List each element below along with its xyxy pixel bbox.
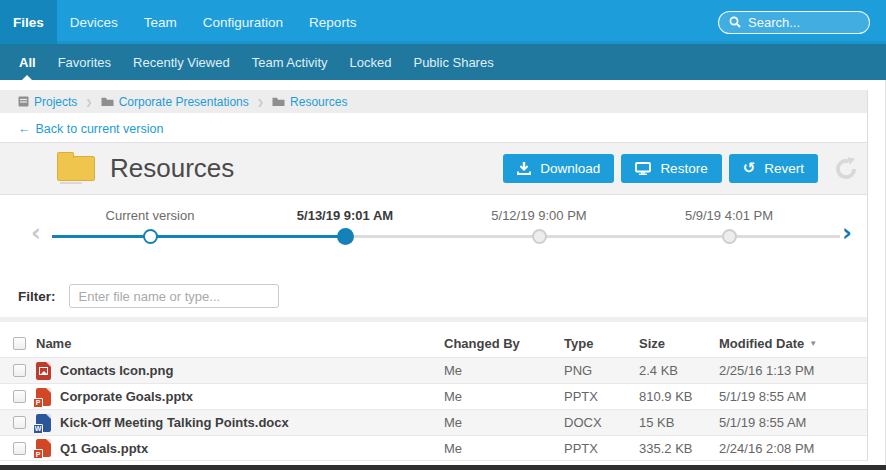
back-link-label: Back to current version	[36, 122, 164, 136]
timeline-label-version-2[interactable]: 5/12/19 9:00 PM	[439, 208, 639, 223]
back-arrow-icon: ←	[18, 122, 31, 136]
column-header-changed-by[interactable]: Changed By	[432, 336, 552, 351]
subnav-item-all[interactable]: All	[8, 44, 47, 80]
column-header-size[interactable]: Size	[627, 336, 707, 351]
global-search[interactable]	[718, 11, 870, 34]
breadcrumb-label: Resources	[290, 95, 347, 109]
cell-modified-date: 5/1/19 8:55 AM	[707, 415, 867, 430]
nav-item-configuration[interactable]: Configuration	[190, 0, 296, 44]
png-file-icon	[36, 362, 51, 380]
revert-button[interactable]: ↺ Revert	[729, 154, 818, 183]
cell-size: 2.4 KB	[627, 363, 707, 378]
file-name-link[interactable]: Contacts Icon.png	[60, 363, 173, 378]
timeline-filled-track	[52, 235, 345, 238]
breadcrumb-separator-icon: ›	[255, 92, 266, 112]
breadcrumb-item-projects[interactable]: Projects	[18, 95, 77, 109]
timeline-dot-selected-version[interactable]	[337, 228, 354, 245]
subnav-item-locked[interactable]: Locked	[339, 44, 403, 80]
timeline-label-current-version[interactable]: Current version	[50, 208, 250, 223]
filter-input[interactable]	[69, 284, 279, 308]
cell-type: PNG	[552, 363, 627, 378]
nav-item-reports[interactable]: Reports	[296, 0, 369, 44]
nav-item-devices[interactable]: Devices	[57, 0, 131, 44]
breadcrumb: Projects › Corporate Presentations › Res…	[0, 90, 867, 113]
page-title: Resources	[110, 153, 234, 184]
revert-icon: ↺	[743, 161, 756, 176]
folder-header: Resources Download Restore ↺ Revert	[0, 142, 867, 195]
nav-item-team[interactable]: Team	[131, 0, 190, 44]
timeline-dot-version-2[interactable]	[532, 229, 547, 244]
row-checkbox[interactable]	[13, 442, 26, 455]
cell-type: PPTX	[552, 389, 627, 404]
timeline-dot-version-3[interactable]	[722, 229, 737, 244]
table-header: Name Changed By Type Size Modified Date …	[0, 329, 867, 357]
file-name-link[interactable]: Corporate Goals.pptx	[60, 389, 193, 404]
table-row[interactable]: Contacts Icon.png Me PNG 2.4 KB 2/25/16 …	[0, 357, 867, 383]
search-input[interactable]	[748, 15, 859, 30]
nav-item-files[interactable]: Files	[0, 0, 57, 44]
pptx-file-icon: P	[36, 439, 51, 457]
column-header-name[interactable]: Name	[36, 336, 432, 351]
folder-icon-large	[57, 156, 95, 181]
breadcrumb-item-corporate-presentations[interactable]: Corporate Presentations	[101, 95, 249, 109]
cell-changed-by: Me	[432, 415, 552, 430]
main-content: Projects › Corporate Presentations › Res…	[0, 90, 868, 461]
breadcrumb-separator-icon: ›	[83, 92, 94, 112]
cell-type: PPTX	[552, 441, 627, 456]
subnav-item-favorites[interactable]: Favorites	[47, 44, 122, 80]
table-row[interactable]: W Kick-Off Meeting Talking Points.docx M…	[0, 409, 867, 435]
docx-file-icon: W	[36, 414, 51, 432]
filter-label: Filter:	[18, 289, 56, 304]
timeline-dot-current-version[interactable]	[143, 229, 158, 244]
subnav-item-recently-viewed[interactable]: Recently Viewed	[122, 44, 241, 80]
back-to-current-version-link[interactable]: ← Back to current version	[18, 122, 163, 136]
timeline-label-version-3[interactable]: 5/9/19 4:01 PM	[629, 208, 829, 223]
cell-size: 810.9 KB	[627, 389, 707, 404]
timeline-label-selected-version[interactable]: 5/13/19 9:01 AM	[245, 208, 445, 223]
modified-date-label: Modified Date	[719, 336, 804, 351]
breadcrumb-label: Corporate Presentations	[119, 95, 249, 109]
subnav-item-public-shares[interactable]: Public Shares	[402, 44, 504, 80]
search-icon	[729, 16, 741, 28]
subnav-item-team-activity[interactable]: Team Activity	[241, 44, 339, 80]
select-all-checkbox[interactable]	[13, 337, 26, 350]
refresh-button[interactable]	[833, 156, 859, 182]
download-button[interactable]: Download	[503, 154, 614, 183]
folder-icon	[101, 97, 114, 107]
timeline-prev-button[interactable]: ‹	[31, 221, 41, 245]
section-divider	[0, 317, 867, 322]
file-name-link[interactable]: Q1 Goals.pptx	[60, 441, 148, 456]
back-row: ← Back to current version	[0, 113, 867, 142]
cell-type: DOCX	[552, 415, 627, 430]
table-row[interactable]: P Q1 Goals.pptx Me PPTX 335.2 KB 2/24/16…	[0, 435, 867, 461]
files-subnav: All Favorites Recently Viewed Team Activ…	[0, 44, 886, 80]
cell-size: 15 KB	[627, 415, 707, 430]
cell-modified-date: 2/24/16 2:08 PM	[707, 441, 867, 456]
filter-row: Filter:	[0, 277, 867, 317]
row-checkbox[interactable]	[13, 390, 26, 403]
cell-size: 335.2 KB	[627, 441, 707, 456]
pptx-file-icon: P	[36, 388, 51, 406]
drive-icon	[18, 96, 29, 107]
row-checkbox[interactable]	[13, 416, 26, 429]
column-header-type[interactable]: Type	[552, 336, 627, 351]
table-row[interactable]: P Corporate Goals.pptx Me PPTX 810.9 KB …	[0, 383, 867, 409]
restore-label: Restore	[660, 161, 707, 176]
breadcrumb-item-resources[interactable]: Resources	[272, 95, 347, 109]
cell-modified-date: 2/25/16 1:13 PM	[707, 363, 867, 378]
top-navbar: Files Devices Team Configuration Reports	[0, 0, 886, 44]
cell-changed-by: Me	[432, 363, 552, 378]
column-header-modified-date[interactable]: Modified Date ▼	[707, 336, 867, 351]
window-bottom-edge	[0, 465, 886, 470]
revert-label: Revert	[764, 161, 804, 176]
file-name-link[interactable]: Kick-Off Meeting Talking Points.docx	[60, 415, 289, 430]
cell-modified-date: 5/1/19 8:55 AM	[707, 389, 867, 404]
folder-icon	[272, 97, 285, 107]
timeline-next-button[interactable]: ›	[842, 221, 852, 245]
cell-changed-by: Me	[432, 441, 552, 456]
breadcrumb-label: Projects	[34, 95, 77, 109]
restore-button[interactable]: Restore	[621, 154, 721, 183]
download-label: Download	[540, 161, 600, 176]
download-icon	[517, 162, 531, 175]
row-checkbox[interactable]	[13, 364, 26, 377]
